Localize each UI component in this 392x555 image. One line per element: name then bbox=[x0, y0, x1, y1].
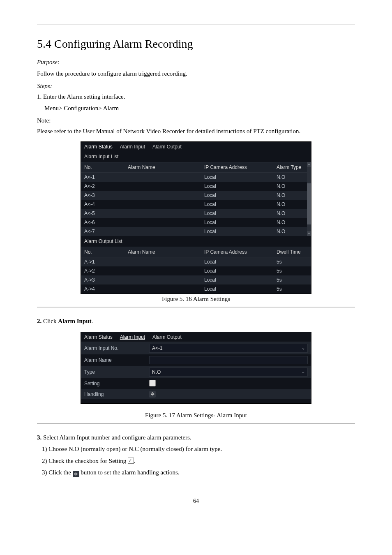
col-header-no: No. bbox=[81, 247, 125, 257]
page-number: 64 bbox=[37, 498, 355, 504]
cell-no: A<-5 bbox=[81, 209, 125, 218]
cell-name bbox=[125, 191, 201, 200]
cell-addr: Local bbox=[201, 218, 273, 227]
scrollbar-thumb[interactable] bbox=[307, 183, 311, 224]
cell-type: N.O bbox=[273, 200, 311, 209]
cell-addr: Local bbox=[201, 275, 273, 284]
table-row[interactable]: A<-1LocalN.O bbox=[81, 173, 311, 182]
col-header-addr: IP Camera Address bbox=[201, 247, 273, 257]
bold-alarm-input: Alarm Input bbox=[58, 318, 91, 324]
cell-addr: Local bbox=[201, 182, 273, 191]
table-row[interactable]: A<-6LocalN.O bbox=[81, 218, 311, 227]
col-header-type: Alarm Type bbox=[273, 162, 311, 173]
col-header-name: Alarm Name bbox=[125, 162, 201, 173]
chevron-down-icon: ⌄ bbox=[302, 346, 305, 350]
section-heading: 5.4 Configuring Alarm Recording bbox=[37, 37, 355, 51]
cell-name bbox=[125, 200, 201, 209]
sub3-b: button to set the alarm handling actions… bbox=[79, 469, 180, 476]
cell-name bbox=[125, 275, 201, 284]
col-header-dwell: Dwell Time bbox=[273, 247, 311, 257]
table-row[interactable]: A->2Local5s bbox=[81, 266, 311, 275]
scroll-up-icon[interactable]: ▴ bbox=[307, 162, 311, 167]
tab-alarm-input[interactable]: Alarm Input bbox=[120, 144, 145, 150]
cell-no: A->1 bbox=[81, 257, 125, 267]
cell-type: N.O bbox=[273, 209, 311, 218]
select-type[interactable]: N.O ⌄ bbox=[149, 368, 308, 377]
label-alarm-name: Alarm Name bbox=[84, 357, 146, 363]
table-row[interactable]: A->4Local5s bbox=[81, 284, 311, 294]
cell-dwell: 5s bbox=[273, 275, 311, 284]
tab-alarm-output[interactable]: Alarm Output bbox=[152, 334, 182, 340]
cell-no: A<-1 bbox=[81, 173, 125, 182]
cell-type: N.O bbox=[273, 182, 311, 191]
cell-addr: Local bbox=[201, 200, 273, 209]
checkbox-icon bbox=[128, 458, 134, 464]
select-alarm-input-no[interactable]: A<-1 ⌄ bbox=[149, 344, 308, 353]
alarm-input-form-screenshot: Alarm Status Alarm Input Alarm Output Al… bbox=[81, 332, 311, 404]
cell-no: A<-3 bbox=[81, 191, 125, 200]
label-handling: Handling bbox=[84, 391, 146, 397]
label-setting: Setting bbox=[84, 381, 146, 386]
step-3-sub3: 3) Click the ✲ button to set the alarm h… bbox=[42, 468, 355, 477]
col-header-addr: IP Camera Address bbox=[201, 162, 273, 173]
table-row[interactable]: A->3Local5s bbox=[81, 275, 311, 284]
alarm-settings-screenshot: Alarm Status Alarm Input Alarm Output Al… bbox=[81, 141, 311, 294]
tab-alarm-output[interactable]: Alarm Output bbox=[152, 144, 182, 150]
cell-no: A<-7 bbox=[81, 227, 125, 236]
cell-no: A<-2 bbox=[81, 182, 125, 191]
step-2-text: Click bbox=[43, 318, 58, 324]
row-type: Type N.O ⌄ bbox=[81, 366, 311, 378]
row-setting: Setting bbox=[81, 378, 311, 389]
cell-name bbox=[125, 173, 201, 182]
alarm-input-list-title: Alarm Input List bbox=[81, 151, 311, 162]
cell-type: N.O bbox=[273, 227, 311, 236]
cell-name bbox=[125, 209, 201, 218]
table-row[interactable]: A<-4LocalN.O bbox=[81, 200, 311, 209]
cell-no: A<-6 bbox=[81, 218, 125, 227]
checkbox-setting[interactable] bbox=[149, 380, 156, 386]
tabs-bar: Alarm Status Alarm Input Alarm Output bbox=[81, 142, 311, 151]
cell-name bbox=[125, 284, 201, 294]
gear-icon: ✲ bbox=[73, 471, 79, 477]
tab-alarm-status[interactable]: Alarm Status bbox=[84, 334, 113, 340]
cell-name bbox=[125, 227, 201, 236]
step-3-sub2: 2) Check the checkbox for Setting . bbox=[42, 456, 355, 466]
cell-type: N.O bbox=[273, 173, 311, 182]
cell-type: N.O bbox=[273, 191, 311, 200]
cell-dwell: 5s bbox=[273, 266, 311, 275]
table-row[interactable]: A<-5LocalN.O bbox=[81, 209, 311, 218]
table-row[interactable]: A<-3LocalN.O bbox=[81, 191, 311, 200]
table-row[interactable]: A->1Local5s bbox=[81, 257, 311, 267]
figure-caption-2: Figure 5. 17 Alarm Settings- Alarm Input bbox=[37, 412, 355, 419]
sub3-a: 3) Click the bbox=[42, 469, 73, 476]
cell-addr: Local bbox=[201, 227, 273, 236]
label-type: Type bbox=[84, 369, 146, 375]
row-alarm-name: Alarm Name bbox=[81, 354, 311, 366]
step-3: 3. Select Alarm Input number and configu… bbox=[37, 433, 355, 442]
note-text: Please refer to the User Manual of Netwo… bbox=[37, 127, 355, 136]
table-row[interactable]: A<-7LocalN.O bbox=[81, 227, 311, 236]
tab-alarm-status[interactable]: Alarm Status bbox=[84, 144, 113, 150]
cell-no: A<-4 bbox=[81, 200, 125, 209]
step-1-text: 1. Enter the Alarm setting interface. bbox=[37, 93, 125, 100]
gear-icon[interactable]: ✲ bbox=[149, 391, 156, 398]
tab-alarm-input[interactable]: Alarm Input bbox=[120, 334, 145, 340]
chevron-down-icon: ⌄ bbox=[302, 370, 305, 374]
step-1-path: Menu> Configuration> Alarm bbox=[44, 104, 355, 113]
step-2-period: . bbox=[92, 318, 93, 324]
input-alarm-name[interactable] bbox=[149, 356, 308, 364]
cell-addr: Local bbox=[201, 173, 273, 182]
table-row[interactable]: A<-2LocalN.O bbox=[81, 182, 311, 191]
step-3-text: Select Alarm Input number and configure … bbox=[43, 434, 191, 441]
select-value: A<-1 bbox=[152, 345, 163, 351]
sub2-a: 2) Check the checkbox for Setting bbox=[42, 458, 128, 464]
purpose-text: Follow the procedure to configure alarm … bbox=[37, 69, 355, 79]
cell-name bbox=[125, 257, 201, 267]
label-alarm-input-no: Alarm Input No. bbox=[84, 345, 146, 351]
scroll-down-icon[interactable]: ▾ bbox=[307, 231, 311, 236]
col-header-no: No. bbox=[81, 162, 125, 173]
cell-addr: Local bbox=[201, 284, 273, 294]
tabs-bar: Alarm Status Alarm Input Alarm Output bbox=[81, 332, 311, 342]
figure-divider bbox=[37, 307, 355, 308]
scrollbar-track[interactable]: ▴ ▾ bbox=[307, 162, 311, 236]
